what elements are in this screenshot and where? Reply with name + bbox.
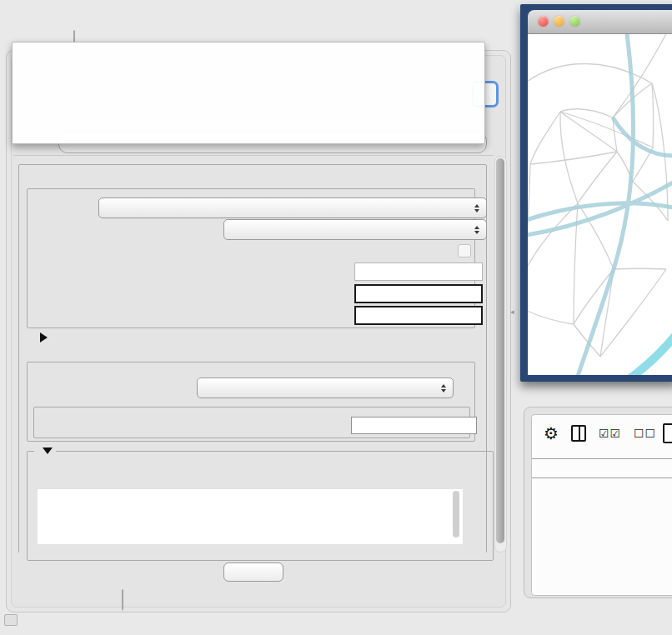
- collapse-down-icon: [43, 448, 53, 454]
- sources-group-title[interactable]: [34, 445, 56, 458]
- attributes-scrollbar[interactable]: [453, 491, 459, 538]
- settings-scrollbar-thumb[interactable]: [496, 158, 504, 543]
- deselect-columns-icon[interactable]: ☐☐: [634, 427, 656, 440]
- table-header-row: [532, 458, 672, 478]
- stepper-arrows-icon: [474, 204, 479, 212]
- network-window-titlebar[interactable]: [528, 10, 672, 34]
- columns-icon[interactable]: [571, 425, 586, 442]
- network-edge-thick: [611, 326, 672, 375]
- minimize-button[interactable]: [554, 16, 564, 27]
- collapsed-panel-icon[interactable]: [4, 614, 18, 626]
- network-edges-strong: [528, 34, 672, 375]
- data-attributes-list[interactable]: [38, 489, 463, 544]
- dpi-tolerance-input[interactable]: [354, 284, 483, 303]
- mi-type-select[interactable]: [223, 219, 487, 240]
- table-panel: ⚙ ☑☑ ☐☐: [524, 407, 672, 598]
- table-toolbar: ⚙ ☑☑ ☐☐: [532, 415, 672, 452]
- hub-definition-toggle[interactable]: [33, 332, 48, 344]
- stepper-arrows-icon: [441, 384, 446, 392]
- gear-icon[interactable]: ⚙: [544, 425, 559, 442]
- mi-steps-input[interactable]: [354, 306, 483, 325]
- select-columns-icon[interactable]: ☑☑: [599, 427, 621, 440]
- splitter-handle-icon[interactable]: ◂: [510, 308, 514, 316]
- application-window: ◂: [0, 0, 672, 635]
- mi-threshold-input[interactable]: [351, 417, 477, 434]
- cyni-bottom-tabs: [122, 589, 123, 610]
- network-view-window: [520, 4, 672, 382]
- zoom-button[interactable]: [569, 16, 580, 27]
- manual-kernel-checkbox[interactable]: [458, 244, 471, 258]
- network-canvas[interactable]: [528, 34, 672, 375]
- kernel-width-input[interactable]: [354, 262, 483, 281]
- which-threshold-select[interactable]: [197, 378, 454, 398]
- apply-button[interactable]: [223, 562, 283, 582]
- node-table: ⚙ ☑☑ ☐☐: [531, 414, 672, 596]
- algorithm-dropdown-popup: [12, 42, 485, 144]
- stepper-arrows-icon: [474, 226, 479, 234]
- network-graph: [528, 34, 672, 375]
- aracne-mode-select[interactable]: [98, 198, 487, 218]
- table-rows: [532, 478, 672, 594]
- close-button[interactable]: [538, 16, 549, 27]
- new-table-icon[interactable]: [663, 423, 672, 443]
- expand-right-icon: [40, 332, 48, 342]
